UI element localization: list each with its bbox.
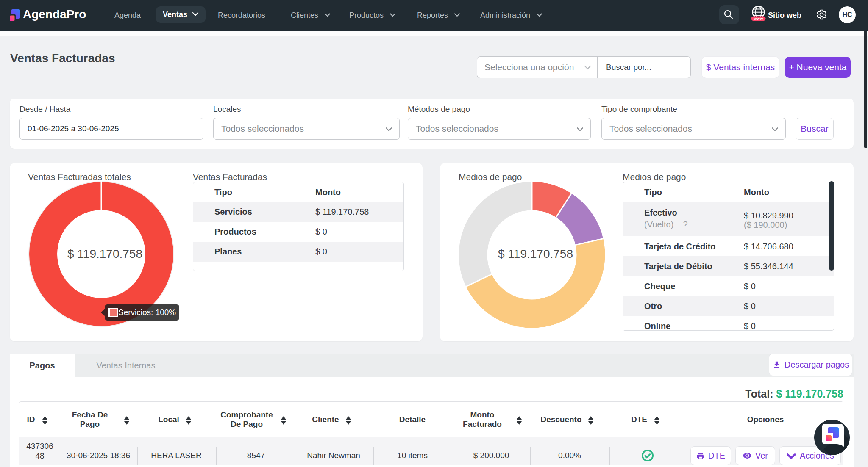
svg-text:www: www <box>753 17 763 21</box>
